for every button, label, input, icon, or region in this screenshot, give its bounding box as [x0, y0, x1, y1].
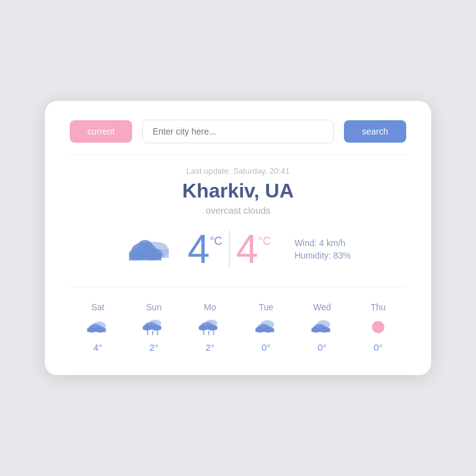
weather-description: overcast clouds	[70, 205, 406, 216]
current-button[interactable]: current	[70, 120, 132, 143]
forecast-sat: Sat 4°	[85, 302, 110, 353]
day-label-sun: Sun	[146, 302, 162, 312]
temp-feels: 4°C	[236, 229, 271, 269]
day-temp-sun: 2°	[150, 342, 158, 353]
svg-rect-24	[199, 326, 217, 330]
day-label-sat: Sat	[91, 302, 104, 312]
day-label-thu: Thu	[371, 302, 386, 312]
forecast-thu: Thu 0°	[366, 302, 391, 353]
svg-rect-16	[143, 326, 161, 330]
forecast-icon-sat	[85, 317, 110, 337]
day-temp-mo: 2°	[206, 342, 214, 353]
day-temp-wed: 0°	[318, 342, 326, 353]
day-temp-tue: 0°	[262, 342, 270, 353]
svg-rect-32	[255, 328, 274, 332]
forecast-tue: Tue 0°	[254, 302, 278, 353]
day-label-mo: Mo	[204, 302, 216, 312]
last-update: Last update: Saturday, 20:41	[70, 166, 406, 176]
svg-rect-37	[312, 328, 330, 332]
forecast-icon-thu	[366, 317, 391, 337]
day-label-wed: Wed	[313, 302, 331, 312]
forecast-icon-mo	[198, 317, 222, 337]
wind-info: Wind: 4 km/h	[295, 238, 351, 248]
city-name: Kharkiv, UA	[70, 179, 406, 202]
temp-divider	[229, 231, 230, 268]
city-input[interactable]	[142, 120, 334, 143]
svg-rect-5	[129, 253, 161, 260]
weather-main-block: 4°C 4°C Wind: 4 km/h Humidity: 83%	[70, 229, 406, 269]
day-temp-thu: 0°	[374, 342, 383, 353]
forecast-mo: Mo 2°	[198, 302, 222, 353]
search-button[interactable]: search	[344, 120, 406, 143]
day-temp-sat: 4°	[93, 342, 102, 353]
header-divider	[70, 155, 406, 155]
day-label-tue: Tue	[259, 302, 274, 312]
humidity-info: Humidity: 83%	[295, 250, 351, 260]
forecast-icon-wed	[310, 317, 335, 337]
svg-point-6	[138, 240, 153, 252]
header-row: current search	[70, 120, 406, 143]
temp-current: 4°C	[188, 229, 222, 269]
forecast-divider	[70, 287, 406, 287]
forecast-icon-sun	[141, 317, 166, 337]
forecast-wed: Wed 0°	[310, 302, 335, 353]
temperature-block: 4°C 4°C	[188, 229, 271, 269]
svg-point-38	[372, 321, 384, 333]
forecast-sun: Sun 2°	[141, 302, 166, 353]
svg-rect-11	[87, 328, 106, 332]
forecast-icon-tue	[254, 317, 278, 337]
forecast-row: Sat 4° Sun 2°	[70, 302, 406, 353]
weather-meta: Wind: 4 km/h Humidity: 83%	[295, 238, 351, 260]
weather-card: current search Last update: Saturday, 20…	[45, 101, 431, 375]
main-cloud-icon	[125, 232, 175, 267]
